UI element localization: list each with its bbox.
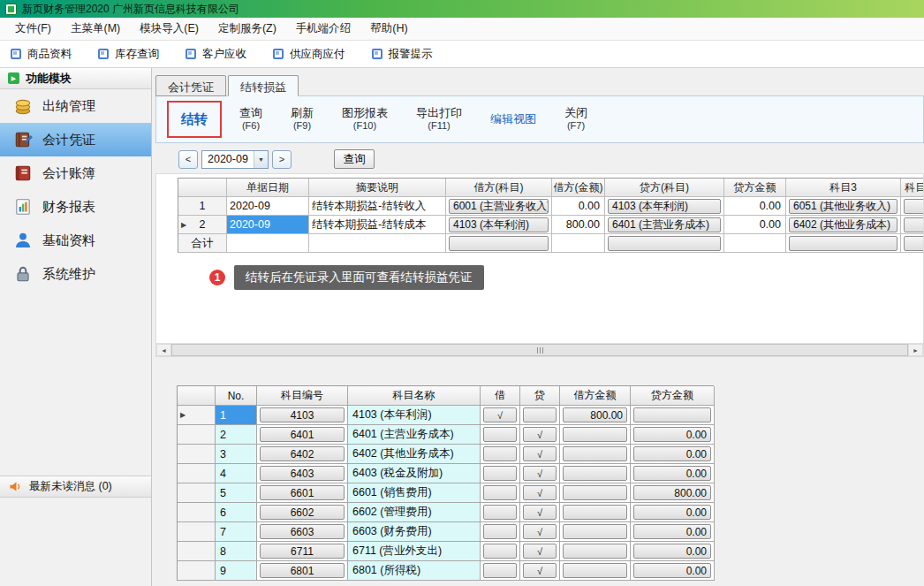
credit-amount-value[interactable]: 0.00 xyxy=(633,427,711,442)
cell-debit-amount[interactable] xyxy=(560,542,631,561)
cell-no[interactable]: 7 xyxy=(216,522,257,542)
row-indicator[interactable] xyxy=(178,561,216,581)
cell-credit-amount[interactable]: 0.00 xyxy=(631,464,715,483)
credit-amount-value[interactable] xyxy=(633,407,711,422)
cell-document-date[interactable] xyxy=(227,234,309,253)
cell-subject-code[interactable]: 6801 xyxy=(257,561,348,581)
debit-amount-value[interactable] xyxy=(563,524,627,539)
cell-no[interactable]: 2 xyxy=(216,425,257,445)
cell-credit-check[interactable]: √ xyxy=(520,542,560,561)
cell-credit-amount[interactable]: 0.00 xyxy=(631,425,715,445)
debit-checkmark[interactable] xyxy=(483,544,517,559)
credit-amount-value[interactable]: 0.00 xyxy=(633,446,711,461)
subject-code-button[interactable]: 6801 xyxy=(260,563,345,578)
credit-checkmark[interactable] xyxy=(523,407,557,422)
cell-no[interactable]: 3 xyxy=(216,445,257,464)
debit-checkmark[interactable] xyxy=(483,485,517,500)
cell-credit-check[interactable]: √ xyxy=(520,425,560,445)
scroll-left-arrow-icon[interactable] xyxy=(156,344,171,356)
cell-debit-check[interactable] xyxy=(481,425,520,445)
credit-subject-button[interactable]: 6401 (主营业务成本) xyxy=(608,217,721,232)
prev-period-button[interactable] xyxy=(178,150,198,169)
row-indicator[interactable] xyxy=(178,425,216,445)
cell-no[interactable]: 1 xyxy=(216,406,257,425)
cell-debit-check[interactable] xyxy=(481,483,520,503)
cell-debit-amount[interactable] xyxy=(560,425,631,445)
cell-debit-amount[interactable] xyxy=(560,483,631,503)
cell-no[interactable]: 6 xyxy=(216,503,257,522)
row-indicator[interactable]: ▶2 xyxy=(178,216,227,234)
cell-subject-name[interactable]: 6602 (管理费用) xyxy=(348,503,481,522)
row-indicator[interactable] xyxy=(178,445,216,464)
scroll-right-arrow-icon[interactable] xyxy=(908,344,923,356)
sidebar-item-financial-reports[interactable]: 财务报表 xyxy=(0,190,151,224)
debit-checkmark[interactable] xyxy=(483,505,517,520)
row-indicator[interactable] xyxy=(178,522,216,542)
cell-no[interactable]: 5 xyxy=(216,483,257,503)
sidebar-header[interactable]: 功能模块 xyxy=(0,68,151,89)
subject3-button[interactable]: 6051 (其他业务收入) xyxy=(789,199,897,214)
cell-summary[interactable]: 结转本期损益-结转成本 xyxy=(309,216,446,234)
cell-debit-amount[interactable] xyxy=(560,464,631,483)
debit-checkmark[interactable]: √ xyxy=(483,407,517,422)
subject3-button[interactable]: 6402 (其他业务成本) xyxy=(789,217,897,232)
cell-debit-amount[interactable] xyxy=(560,503,631,522)
cell-credit-amount[interactable]: 0.00 xyxy=(631,503,715,522)
subject-code-button[interactable]: 4103 xyxy=(260,407,345,422)
subject-code-button[interactable]: 6602 xyxy=(260,505,345,520)
scrollbar-thumb[interactable] xyxy=(171,344,908,356)
horizontal-scrollbar[interactable] xyxy=(156,343,923,356)
menu-help[interactable]: 帮助(H) xyxy=(360,18,417,40)
quick-goods-data[interactable]: 商品资料 xyxy=(11,47,72,62)
cell-credit-amount[interactable]: 0.00 xyxy=(631,522,715,542)
sidebar-item-accounting-books[interactable]: 会计账簿 xyxy=(0,156,151,190)
credit-amount-value[interactable]: 800.00 xyxy=(633,485,711,500)
quick-alarm-reminder[interactable]: 报警提示 xyxy=(372,47,433,62)
quick-inventory-query[interactable]: 库存查询 xyxy=(98,47,159,62)
cell-subject3[interactable] xyxy=(786,234,901,253)
debit-checkmark[interactable] xyxy=(483,524,517,539)
debit-checkmark[interactable] xyxy=(483,446,517,461)
menu-custom-service[interactable]: 定制服务(Z) xyxy=(208,18,286,40)
row-indicator[interactable]: 1 xyxy=(178,197,227,216)
debit-amount-value[interactable] xyxy=(563,563,627,578)
cell-debit-check[interactable] xyxy=(481,503,520,522)
period-dropdown[interactable]: 2020-09 xyxy=(201,150,269,169)
cell-subject-name[interactable]: 6402 (其他业务成本) xyxy=(348,445,481,464)
cell-document-date[interactable]: 2020-09 xyxy=(227,216,309,234)
subject3-button[interactable] xyxy=(789,236,897,251)
debit-checkmark[interactable] xyxy=(483,563,517,578)
credit-checkmark[interactable]: √ xyxy=(523,505,557,520)
row-indicator[interactable] xyxy=(178,464,216,483)
cell-document-date[interactable]: 2020-09 xyxy=(227,197,309,216)
cell-summary[interactable] xyxy=(309,234,446,253)
cell-credit-amount[interactable]: 800.00 xyxy=(631,483,715,503)
cell-debit-amount[interactable] xyxy=(552,234,605,253)
menu-module-import[interactable]: 模块导入(E) xyxy=(130,18,208,40)
cell-credit-amount[interactable] xyxy=(631,406,715,425)
tab-carryover-profit-loss[interactable]: 结转损益 xyxy=(228,75,299,96)
cell-no[interactable]: 8 xyxy=(216,542,257,561)
credit-checkmark[interactable]: √ xyxy=(523,485,557,500)
edit-view-button[interactable]: 编辑视图 xyxy=(480,109,547,130)
credit-amount-value[interactable]: 0.00 xyxy=(633,563,711,578)
cell-credit-amount[interactable] xyxy=(724,234,786,253)
cell-summary[interactable]: 结转本期损益-结转收入 xyxy=(309,197,446,216)
menu-mobile-intro[interactable]: 手机端介绍 xyxy=(286,18,361,40)
credit-checkmark[interactable]: √ xyxy=(523,466,557,481)
cell-subject3[interactable]: 6402 (其他业务成本) xyxy=(786,216,901,234)
cell-credit-check[interactable]: √ xyxy=(520,445,560,464)
cell-no[interactable]: 4 xyxy=(216,464,257,483)
sidebar-item-cashier-management[interactable]: 出纳管理 xyxy=(0,89,151,123)
cell-debit-check[interactable]: √ xyxy=(481,406,520,425)
debit-amount-value[interactable] xyxy=(563,505,627,520)
credit-subject-button[interactable] xyxy=(608,236,721,251)
cell-debit-check[interactable] xyxy=(481,464,520,483)
cell-debit-check[interactable] xyxy=(481,561,520,581)
row-indicator[interactable]: ▶ xyxy=(178,406,216,425)
sidebar-item-accounting-voucher[interactable]: 会计凭证 xyxy=(0,123,151,156)
cell-subject-name[interactable]: 6711 (营业外支出) xyxy=(348,542,481,561)
subject-code-button[interactable]: 6603 xyxy=(260,524,345,539)
debit-amount-value[interactable] xyxy=(563,446,627,461)
cell-credit-subject[interactable]: 6401 (主营业务成本) xyxy=(605,216,724,234)
